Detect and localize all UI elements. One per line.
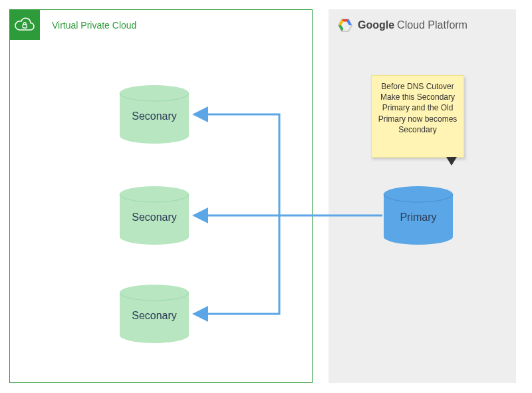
db-secondary-3 — [118, 285, 190, 343]
db-primary — [382, 186, 454, 245]
svg-point-14 — [120, 327, 189, 343]
connection-primary-secondary3 — [196, 215, 279, 314]
svg-point-17 — [384, 229, 453, 245]
svg-point-8 — [120, 128, 189, 144]
db-secondary-1 — [118, 85, 190, 144]
sticky-note: Before DNS Cutover Make this Secondary P… — [371, 75, 464, 158]
connection-primary-secondary1 — [196, 114, 279, 215]
sticky-note-text: Before DNS Cutover Make this Secondary P… — [378, 82, 458, 134]
svg-point-11 — [120, 229, 189, 245]
db-secondary-2 — [118, 186, 190, 245]
